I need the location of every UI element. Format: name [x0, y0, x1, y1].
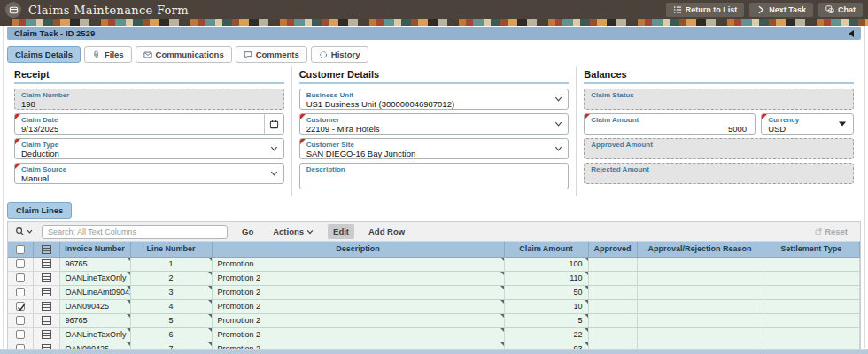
cell-reason[interactable] [637, 271, 763, 285]
calendar-icon[interactable] [264, 114, 283, 134]
row-menu-icon[interactable] [42, 302, 51, 311]
cell-approved[interactable] [588, 271, 637, 285]
reset-button[interactable]: Reset [810, 224, 853, 239]
claim-date-value[interactable]: 9/13/2025 [21, 124, 277, 134]
claim-date-field[interactable]: Claim Date 9/13/2025 [14, 113, 284, 135]
business-unit-field[interactable]: Business Unit US1 Business Unit (3000000… [299, 88, 570, 110]
cell-settlement[interactable] [763, 327, 860, 342]
cell-line[interactable]: 1 [130, 257, 212, 271]
edit-button[interactable]: Edit [328, 224, 354, 239]
add-row-button[interactable]: Add Row [363, 224, 410, 239]
cell-reason[interactable] [637, 327, 763, 342]
chevron-down-icon[interactable] [554, 145, 562, 153]
cell-approved[interactable] [588, 257, 637, 271]
cell-amount[interactable]: 10 [504, 299, 588, 313]
cell-settlement[interactable] [763, 271, 860, 285]
col-header-approved[interactable]: Approved [588, 242, 637, 257]
cell-description[interactable]: Promotion 2 [212, 285, 504, 299]
cell-amount[interactable]: 22 [504, 327, 588, 342]
cell-line[interactable]: 5 [130, 313, 212, 327]
description-field[interactable]: Description [299, 163, 570, 189]
app-menu-icon[interactable] [5, 2, 21, 18]
tab-files[interactable]: Files [84, 46, 132, 63]
cell-invoice[interactable]: OANLineTaxOnly [59, 271, 130, 285]
cell-approved[interactable] [588, 313, 637, 327]
cell-settlement[interactable] [763, 257, 860, 271]
tab-communications[interactable]: Communications [136, 46, 232, 63]
customer-field[interactable]: Customer 22109 - Mira Hotels [299, 113, 570, 135]
cell-invoice[interactable]: OANLineTaxOnly [59, 327, 130, 342]
go-button[interactable]: Go [236, 224, 259, 239]
dropdown-triangle-icon[interactable] [839, 122, 846, 127]
cell-invoice[interactable]: 96765 [59, 257, 130, 271]
claim-type-value[interactable]: Deduction [21, 149, 277, 158]
customer-value[interactable]: 22109 - Mira Hotels [306, 124, 562, 134]
collapse-left-icon[interactable] [849, 30, 854, 37]
col-header-invoice-number[interactable]: Invoice Number [59, 242, 130, 257]
cell-reason[interactable] [637, 257, 763, 271]
claim-source-value[interactable]: Manual [21, 173, 277, 183]
cell-approved[interactable] [588, 327, 637, 342]
cell-settlement[interactable] [763, 299, 860, 313]
cell-settlement[interactable] [763, 285, 860, 299]
row-menu-icon[interactable] [42, 259, 51, 268]
cell-line[interactable]: 4 [130, 299, 212, 313]
cell-line[interactable]: 3 [130, 285, 212, 299]
customer-site-value[interactable]: SAN DIEGO-16 Bay Junction [306, 149, 562, 158]
col-header-settlement-type[interactable]: Settlement Type [763, 242, 860, 257]
chevron-down-icon[interactable] [554, 96, 562, 104]
cell-invoice[interactable]: OANLineAmt090425 [59, 285, 130, 299]
cell-invoice[interactable]: OAN090425 [59, 299, 130, 313]
row-menu-icon[interactable] [42, 273, 51, 282]
chevron-down-icon[interactable] [554, 120, 562, 128]
chevron-down-icon[interactable] [270, 145, 278, 153]
row-checkbox[interactable] [16, 316, 25, 325]
cell-amount[interactable]: 110 [504, 271, 588, 285]
cell-reason[interactable] [637, 285, 763, 299]
row-checkbox[interactable] [16, 288, 25, 296]
select-all-checkbox[interactable] [16, 245, 25, 254]
row-checkbox[interactable] [16, 273, 25, 282]
cell-reason[interactable] [637, 299, 763, 313]
actions-button[interactable]: Actions [267, 224, 319, 239]
row-checkbox[interactable] [16, 259, 25, 268]
row-menu-icon[interactable] [42, 330, 51, 339]
row-checkbox[interactable] [16, 330, 25, 339]
chat-button[interactable]: Chat [818, 3, 863, 17]
col-header-claim-amount[interactable]: Claim Amount [504, 242, 588, 257]
col-header-line-number[interactable]: Line Number [130, 242, 212, 257]
customer-site-field[interactable]: Customer Site SAN DIEGO-16 Bay Junction [299, 138, 570, 159]
search-scope-button[interactable] [15, 227, 33, 236]
cell-description[interactable]: Promotion 2 [212, 299, 504, 313]
cell-description[interactable]: Promotion 2 [212, 271, 504, 285]
cell-description[interactable]: Promotion [212, 257, 504, 271]
col-header-approval-rejection-reason[interactable]: Approval/Rejection Reason [637, 242, 763, 257]
cell-amount[interactable]: 100 [504, 257, 588, 271]
row-checkbox[interactable] [16, 302, 25, 311]
next-task-button[interactable]: Next Task [749, 3, 813, 17]
cell-approved[interactable] [588, 285, 637, 299]
currency-value[interactable]: USD [768, 124, 847, 134]
cell-description[interactable]: Promotion 2 [212, 313, 504, 327]
claim-source-field[interactable]: Claim Source Manual [14, 163, 284, 184]
cell-amount[interactable]: 50 [504, 285, 588, 299]
tab-history[interactable]: History [311, 46, 368, 63]
col-header-description[interactable]: Description [212, 242, 504, 257]
claim-task-bar[interactable]: Claim Task - ID 2529 [7, 27, 861, 40]
tab-claims-details[interactable]: Claims Details [7, 46, 81, 63]
cell-line[interactable]: 6 [130, 327, 212, 342]
return-to-list-button[interactable]: Return to List [666, 3, 745, 17]
cell-amount[interactable]: 5 [504, 313, 588, 327]
search-input[interactable] [42, 225, 228, 239]
chevron-down-icon[interactable] [270, 170, 278, 178]
currency-field[interactable]: Currency USD [761, 113, 854, 135]
tab-comments[interactable]: Comments [236, 46, 307, 63]
row-menu-icon[interactable] [42, 316, 51, 325]
row-menu-icon[interactable] [42, 288, 51, 296]
claim-type-field[interactable]: Claim Type Deduction [14, 138, 284, 159]
business-unit-value[interactable]: US1 Business Unit (300000046987012) [306, 99, 562, 109]
cell-approved[interactable] [588, 299, 637, 313]
cell-settlement[interactable] [763, 313, 860, 327]
claim-amount-value[interactable]: 5000 [591, 124, 748, 134]
tab-claim-lines[interactable]: Claim Lines [7, 202, 72, 219]
